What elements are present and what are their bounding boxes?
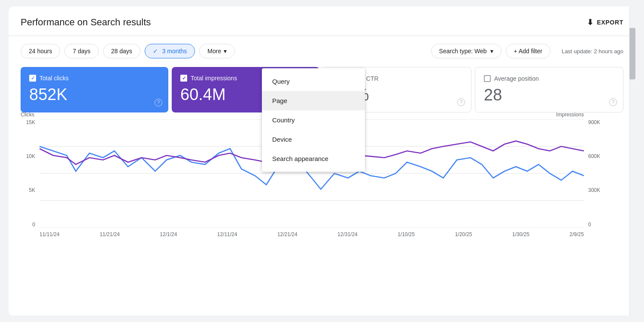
- y-right-900k: 900K: [588, 119, 600, 125]
- y-left-15k: 15K: [26, 119, 35, 125]
- x-label-4: 12/21/24: [277, 231, 298, 237]
- x-label-6: 1/10/25: [398, 231, 415, 237]
- y-right-600k: 600K: [588, 153, 600, 159]
- dropdown-item-page[interactable]: Page: [262, 91, 365, 110]
- metric-clicks[interactable]: Total clicks 852K ?: [21, 67, 168, 112]
- y-left-5k: 5K: [29, 187, 35, 193]
- dropdown-item-device[interactable]: Device: [262, 130, 365, 149]
- x-label-1: 11/21/24: [100, 231, 120, 237]
- dropdown-item-query[interactable]: Query: [262, 72, 365, 91]
- export-icon: ⬇: [587, 18, 594, 27]
- dropdown-arrow-icon: ▾: [490, 48, 493, 55]
- x-label-7: 1/20/25: [455, 231, 472, 237]
- x-label-2: 12/1/24: [160, 231, 177, 237]
- page-title: Performance on Search results: [21, 17, 151, 28]
- filter-dropdown: Query Page Country Device Search appeara…: [262, 68, 365, 172]
- header-divider: [9, 36, 635, 36]
- scrollbar: [629, 6, 635, 316]
- clicks-checkbox[interactable]: [29, 75, 36, 82]
- x-label-8: 1/30/25: [512, 231, 529, 237]
- y-left-0: 0: [32, 222, 35, 228]
- chart-y-label-clicks: Clicks: [21, 112, 34, 118]
- chart-y-label-impressions: Impressions: [556, 112, 584, 118]
- chart-x-labels: 11/11/24 11/21/24 12/1/24 12/11/24 12/21…: [39, 229, 584, 240]
- export-label: EXPORT: [597, 19, 623, 26]
- export-button[interactable]: ⬇ EXPORT: [587, 18, 623, 27]
- clicks-help-icon[interactable]: ?: [155, 99, 162, 106]
- chart-y-axis-left: 15K 10K 5K 0: [21, 119, 38, 228]
- time-btn-24h[interactable]: 24 hours: [21, 44, 60, 58]
- y-right-300k: 300K: [588, 187, 600, 193]
- impressions-checkbox[interactable]: [180, 75, 187, 82]
- main-card: Performance on Search results ⬇ EXPORT 2…: [9, 6, 635, 316]
- chart-y-axis-right: 900K 600K 300K 0: [586, 119, 611, 228]
- x-label-9: 2/9/25: [570, 231, 584, 237]
- last-update-label: Last update: 2 hours ago: [562, 48, 623, 55]
- add-filter-button[interactable]: + Add filter: [506, 44, 551, 58]
- position-label-row: Average position: [484, 75, 614, 82]
- clicks-label-row: Total clicks: [29, 75, 160, 82]
- time-btn-28d[interactable]: 28 days: [103, 44, 140, 58]
- position-checkbox[interactable]: [484, 75, 491, 82]
- search-type-filter[interactable]: Search type: Web ▾: [431, 44, 501, 58]
- position-value: 28: [484, 86, 614, 104]
- ctr-help-icon[interactable]: ?: [457, 98, 465, 106]
- metric-position[interactable]: Average position 28 ?: [475, 67, 623, 112]
- time-btn-more[interactable]: More ▾: [199, 44, 235, 58]
- chevron-down-icon: ▾: [224, 48, 227, 55]
- toolbar: 24 hours 7 days 28 days ✓ 3 months More …: [21, 44, 623, 58]
- clicks-value: 852K: [29, 86, 160, 104]
- dropdown-item-country[interactable]: Country: [262, 110, 365, 130]
- y-left-10k: 10K: [26, 153, 35, 159]
- x-label-3: 12/11/24: [217, 231, 237, 237]
- dropdown-item-search-appearance[interactable]: Search appearance: [262, 149, 365, 168]
- time-btn-3m[interactable]: ✓ 3 months: [145, 44, 195, 58]
- y-right-0: 0: [588, 222, 591, 228]
- x-label-0: 11/11/24: [39, 231, 60, 237]
- time-btn-7d[interactable]: 7 days: [64, 44, 98, 58]
- position-help-icon[interactable]: ?: [609, 98, 617, 106]
- card-header: Performance on Search results ⬇ EXPORT: [21, 17, 623, 28]
- scrollbar-thumb[interactable]: [629, 28, 635, 79]
- x-label-5: 12/31/24: [337, 231, 358, 237]
- check-icon: ✓: [153, 48, 158, 55]
